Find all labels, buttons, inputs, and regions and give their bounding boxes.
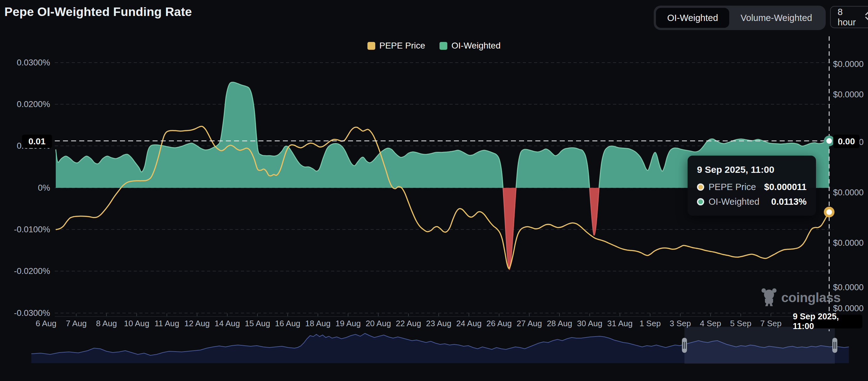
x-axis-label: 19 Aug	[336, 319, 361, 328]
navigator-handle-right[interactable]	[832, 338, 837, 353]
x-axis-label: 11 Aug	[154, 319, 179, 328]
navigator-handle-left[interactable]	[682, 338, 687, 353]
x-axis-label: 30 Aug	[577, 319, 602, 328]
x-axis-label: 10 Aug	[124, 319, 149, 328]
current-price-badge: 0.00	[833, 135, 860, 148]
current-date-badge: 9 Sep 2025, 11:00	[793, 315, 862, 328]
x-axis-label: 7 Sep	[760, 319, 781, 328]
x-axis-label: 4 Sep	[700, 319, 721, 328]
x-axis-label: 26 Aug	[487, 319, 512, 328]
x-axis-label: 14 Aug	[215, 319, 240, 328]
x-axis-label: 15 Aug	[245, 319, 270, 328]
x-axis-label: 16 Aug	[275, 319, 301, 328]
y-axis-left-label: -0.0200%	[14, 266, 50, 276]
oi-weighted-dot-icon	[697, 198, 704, 205]
y-axis-right-label: $0.0000	[833, 188, 864, 197]
x-axis-label: 3 Sep	[670, 319, 691, 328]
x-axis-label: 31 Aug	[607, 319, 632, 328]
tooltip-row-price: PEPE Price $0.000011	[697, 182, 807, 192]
navigator-brush-region[interactable]	[684, 327, 835, 364]
x-axis-label: 6 Aug	[36, 319, 57, 328]
y-axis-left-label: -0.0100%	[14, 225, 50, 234]
x-axis-label: 18 Aug	[305, 319, 331, 328]
current-rate-badge: 0.01	[22, 135, 52, 148]
chart-tooltip: 9 Sep 2025, 11:00 PEPE Price $0.000011 O…	[688, 156, 816, 216]
x-axis-label: 28 Aug	[547, 319, 572, 328]
x-axis-label: 23 Aug	[426, 319, 452, 328]
pepe-price-dot-icon	[697, 184, 704, 191]
x-axis-label: 1 Sep	[639, 319, 661, 328]
pepe-price-marker	[825, 208, 833, 216]
x-axis-label: 5 Sep	[730, 319, 751, 328]
tooltip-label: OI-Weighted	[709, 197, 767, 207]
x-axis-label: 22 Aug	[396, 319, 421, 328]
funding-rate-page: Pepe OI-Weighted Funding Rate OI-Weighte…	[0, 0, 868, 381]
tooltip-label: PEPE Price	[709, 182, 760, 192]
x-axis-label: 20 Aug	[366, 319, 391, 328]
tooltip-timestamp: 9 Sep 2025, 11:00	[697, 164, 807, 175]
x-axis-label: 27 Aug	[517, 319, 542, 328]
x-axis-label: 8 Aug	[96, 319, 117, 328]
y-axis-right-label: $0.0000	[833, 60, 864, 69]
oi-weighted-marker	[825, 137, 833, 145]
y-axis-right-label: $0.0000	[833, 90, 864, 99]
y-axis-left-label: -0.0300%	[14, 308, 50, 318]
x-axis-label: 12 Aug	[185, 319, 210, 328]
y-axis-right-label: $0.0000	[833, 238, 864, 248]
y-axis-left-label: 0%	[38, 183, 50, 193]
y-axis-left-label: 0.0200%	[17, 100, 50, 109]
watermark-text: coinglass	[781, 290, 840, 305]
tooltip-row-funding: OI-Weighted 0.0113%	[697, 197, 807, 207]
x-axis-label: 7 Aug	[66, 319, 87, 328]
coinglass-logo-icon	[761, 287, 777, 308]
coinglass-watermark: coinglass	[761, 287, 840, 308]
x-axis-label: 24 Aug	[456, 319, 482, 328]
y-axis-left-label: 0.0300%	[17, 58, 50, 67]
tooltip-value: 0.0113%	[771, 197, 807, 207]
tooltip-value: $0.000011	[764, 182, 807, 192]
